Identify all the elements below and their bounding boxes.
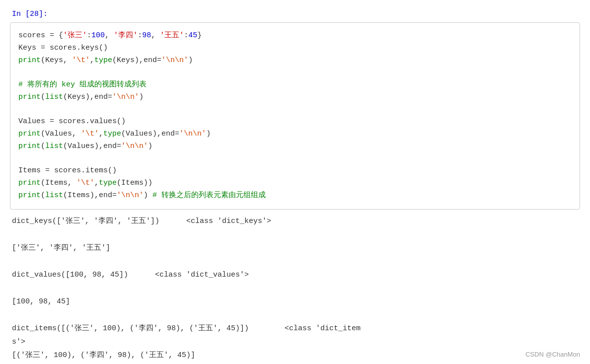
footer: CSDN @ChanMon — [525, 351, 580, 358]
cell-label: In [28]: — [10, 10, 580, 18]
code-line-14: print(list(Items),end='\n\n') # 转换之后的列表元… — [18, 190, 572, 202]
code-line-5: # 将所有的 key 组成的视图转成列表 — [18, 79, 572, 91]
code-line-9: print(Values, '\t',type(Values),end='\n\… — [18, 128, 572, 141]
code-line-7 — [18, 104, 572, 116]
output-line-11: [('张三', 100), ('李四', 98), ('王五', 45)] — [12, 349, 578, 362]
output-line-5: dict_values([100, 98, 45]) <class 'dict_… — [12, 268, 578, 282]
code-line-4 — [18, 67, 572, 79]
code-line-11 — [18, 153, 572, 165]
output-line-3: ['张三', '李四', '王五'] — [12, 241, 578, 255]
code-line-12: Items = scores.items() — [18, 165, 572, 177]
output-line-7: [100, 98, 45] — [12, 295, 578, 308]
output-line-4 — [12, 255, 578, 268]
output-line-8 — [12, 308, 578, 322]
code-line-6: print(list(Keys),end='\n\n') — [18, 91, 572, 104]
output-line-10: s'> — [12, 335, 578, 349]
output-line-1: dict_keys(['张三', '李四', '王五']) <class 'di… — [12, 215, 578, 228]
code-line-8: Values = scores.values() — [18, 116, 572, 128]
code-line-2: Keys = scores.keys() — [18, 42, 572, 55]
code-line-10: print(list(Values),end='\n\n') — [18, 141, 572, 153]
code-line-3: print(Keys, '\t',type(Keys),end='\n\n') — [18, 55, 572, 67]
output-line-9: dict_items([('张三', 100), ('李四', 98), ('王… — [12, 322, 578, 335]
code-line-1: scores = {'张三':100, '李四':98, '王五':45} — [18, 30, 572, 42]
output-area: dict_keys(['张三', '李四', '王五']) <class 'di… — [10, 210, 580, 364]
code-cell: scores = {'张三':100, '李四':98, '王五':45} Ke… — [10, 22, 580, 210]
output-line-2 — [12, 228, 578, 241]
code-line-13: print(Items, '\t',type(Items)) — [18, 177, 572, 190]
output-line-6 — [12, 282, 578, 295]
